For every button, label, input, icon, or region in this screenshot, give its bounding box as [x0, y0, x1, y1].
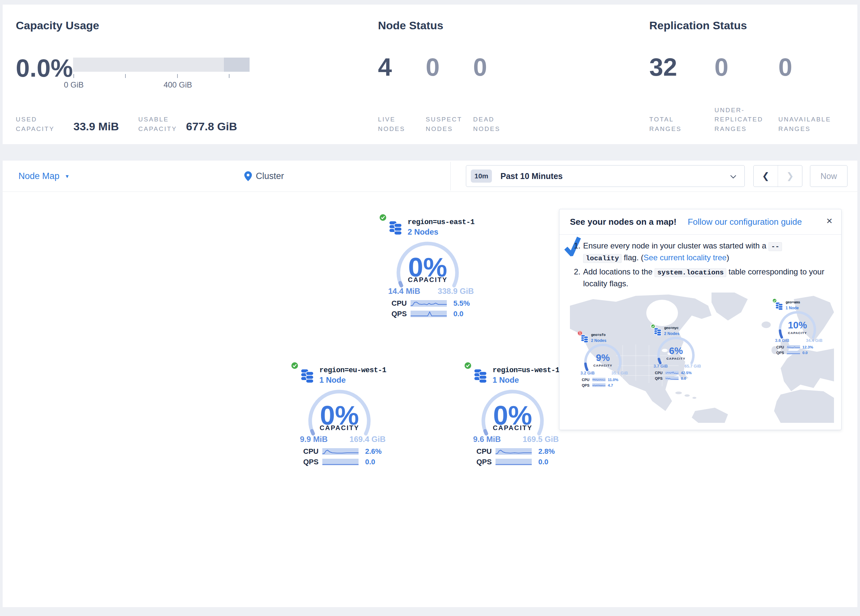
qps-label: QPS	[303, 458, 322, 466]
time-prev-button[interactable]: ❮	[754, 166, 778, 187]
cpu-label: CPU	[582, 378, 592, 382]
region-label: geo=ams	[786, 301, 800, 304]
total-value: 169.4 GiB	[350, 435, 386, 444]
cluster-summary-panel: Capacity Usage 0.0% 0 GiB 400 GiB USED C…	[3, 5, 857, 144]
suspect-nodes-label: SUSPECT NODES	[426, 115, 469, 133]
qps-value: 0.0	[538, 458, 549, 466]
under-replicated-label: UNDER-REPLICATED RANGES	[714, 106, 770, 134]
healthy-check-icon	[379, 213, 387, 221]
node-count-label: 2 Nodes	[408, 227, 438, 237]
qps-label: QPS	[655, 376, 665, 380]
step-number: 1.	[574, 240, 583, 264]
cpu-sparkline	[411, 300, 447, 307]
location-pin-icon	[244, 171, 252, 181]
popup-step-2: 2. Add locations to the system.locations…	[574, 266, 831, 289]
qps-sparkline	[787, 351, 800, 354]
configuration-guide-link[interactable]: Follow our configuration guide	[688, 217, 802, 227]
node-card-eu-west-1[interactable]: region=eu-west-1 1 Node 0% CAPACITY 9.9 …	[287, 361, 392, 470]
popup-title: See your nodes on a map!	[570, 217, 676, 227]
live-nodes-count: 4	[378, 55, 392, 80]
cluster-overview-page: Capacity Usage 0.0% 0 GiB 400 GiB USED C…	[0, 0, 860, 616]
cpu-label: CPU	[303, 447, 322, 456]
capacity-tick-label-400: 400 GiB	[158, 80, 198, 89]
capacity-caption: CAPACITY	[395, 276, 461, 284]
live-nodes-label: LIVE NODES	[378, 115, 421, 133]
database-icon	[581, 334, 589, 343]
cpu-value: 5.5%	[454, 299, 470, 308]
node-count-label: 1 Node	[493, 375, 519, 385]
time-next-button[interactable]: ❯	[778, 166, 802, 187]
cpu-label: CPU	[391, 299, 411, 308]
dead-nodes-label: DEAD NODES	[473, 115, 516, 133]
database-icon	[654, 328, 662, 336]
node-count-label: 1 Node	[786, 306, 799, 310]
qps-label: QPS	[476, 458, 496, 466]
locality-flag-code: locality	[583, 254, 621, 263]
capacity-percent-value: 9%	[583, 353, 623, 363]
node-map-onboarding-popup: See your nodes on a map! Follow our conf…	[559, 209, 841, 430]
qps-value: 0.0	[681, 376, 686, 380]
region-label: region=eu-west-1	[319, 366, 386, 375]
cpu-value: 2.8%	[538, 447, 555, 456]
used-capacity-value: 33.9 MiB	[74, 120, 119, 133]
unavailable-count: 0	[778, 55, 792, 80]
map-node-card-sfo: 1 geo=sfo 2 Nodes 9% CAPACITY	[576, 329, 629, 389]
now-button[interactable]: Now	[810, 165, 847, 187]
capacity-caption: CAPACITY	[778, 331, 817, 335]
toolbar-divider	[450, 162, 451, 191]
qps-sparkline	[665, 376, 679, 380]
capacity-bar	[73, 58, 250, 72]
close-icon[interactable]: ✕	[826, 216, 833, 226]
qps-label: QPS	[391, 310, 411, 318]
locality-flag-code: --	[769, 242, 782, 251]
node-card-us-west-1[interactable]: region=us-west-1 1 Node 0% CAPACITY 9.6 …	[460, 361, 565, 470]
qps-sparkline	[411, 310, 447, 317]
total-value: 35.1 GiB	[611, 371, 628, 375]
breadcrumb-label: Cluster	[256, 171, 284, 181]
step-text: Ensure every node in your cluster was st…	[583, 240, 782, 264]
used-value: 3.6 GiB	[775, 338, 789, 343]
cpu-label: CPU	[776, 345, 787, 349]
capacity-caption: CAPACITY	[656, 357, 696, 361]
node-count-label: 1 Node	[319, 375, 346, 385]
qps-label: QPS	[776, 351, 787, 355]
cpu-value: 11.0%	[608, 378, 618, 382]
used-value: 14.4 MiB	[388, 287, 420, 296]
system-locations-code: system.locations	[654, 268, 726, 277]
view-selector-dropdown[interactable]: Node Map ▼	[19, 161, 69, 192]
cpu-sparkline	[665, 371, 679, 375]
capacity-caption: CAPACITY	[306, 424, 372, 432]
qps-sparkline	[592, 383, 606, 387]
locality-tree-link[interactable]: See current locality tree	[644, 253, 727, 262]
time-range-select[interactable]: 10m Past 10 Minutes	[466, 165, 745, 187]
usable-capacity-label: USABLE CAPACITY	[138, 115, 188, 133]
under-replicated-count: 0	[714, 55, 728, 80]
qps-sparkline	[322, 459, 359, 465]
qps-label: QPS	[582, 383, 592, 387]
capacity-percent-value: 6%	[656, 346, 696, 356]
map-node-card-nyc: geo=nyc 2 Nodes 6% CAPACITY 3.7 GiB 65.7…	[650, 323, 702, 382]
usable-capacity-value: 677.8 GiB	[186, 120, 237, 133]
database-icon	[775, 302, 783, 310]
cpu-sparkline	[322, 448, 359, 455]
total-value: 34.4 GiB	[806, 338, 822, 343]
qps-value: 0.0	[802, 351, 808, 355]
breadcrumb-cluster[interactable]: Cluster	[244, 161, 284, 192]
cpu-value: 12.3%	[802, 345, 813, 349]
popup-header: See your nodes on a map! Follow our conf…	[559, 209, 841, 235]
database-icon	[300, 368, 314, 383]
step-text: Add locations to the system.locations ta…	[583, 266, 831, 289]
capacity-tick-label-0: 0 GiB	[54, 80, 94, 89]
capacity-caption: CAPACITY	[583, 364, 623, 367]
total-value: 169.5 GiB	[523, 435, 559, 444]
region-label: geo=sfo	[591, 333, 606, 337]
healthy-check-icon	[291, 362, 299, 370]
node-map-canvas: region=us-east-1 2 Nodes 0% CAPACITY 14.…	[3, 192, 857, 607]
total-value: 65.7 GiB	[684, 364, 701, 368]
capacity-tick	[125, 74, 126, 78]
chevron-down-icon	[730, 175, 736, 179]
total-ranges-label: TOTAL RANGES	[649, 115, 702, 133]
capacity-bar-used-segment	[224, 58, 250, 72]
used-value: 3.7 GiB	[654, 364, 668, 368]
node-card-us-east-1[interactable]: region=us-east-1 2 Nodes 0% CAPACITY 14.…	[375, 212, 480, 323]
